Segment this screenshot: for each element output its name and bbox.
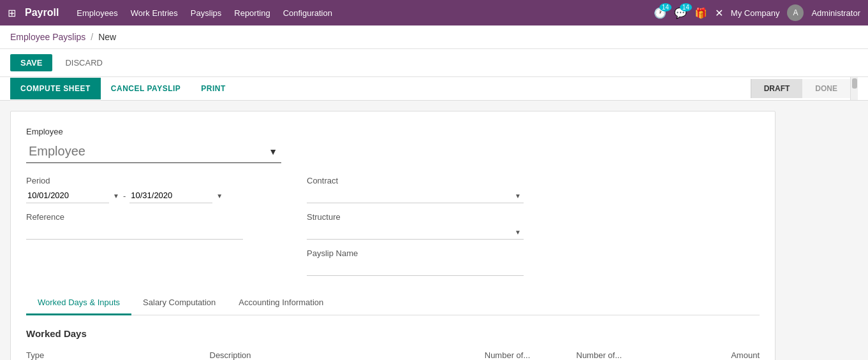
save-button[interactable]: SAVE xyxy=(10,54,52,71)
nav-work-entries[interactable]: Work Entries xyxy=(131,8,178,18)
structure-label: Structure xyxy=(307,212,524,222)
nav-employees[interactable]: Employees xyxy=(77,8,117,18)
action-bar: SAVE DISCARD xyxy=(0,49,868,77)
tab-salary-computation[interactable]: Salary Computation xyxy=(131,291,227,315)
contract-select[interactable] xyxy=(307,188,524,203)
cancel-payslip-button[interactable]: CANCEL PAYSLIP xyxy=(101,78,191,99)
reference-label: Reference xyxy=(26,212,243,222)
payslip-name-field-group: Payslip Name xyxy=(307,248,524,276)
status-done: DONE xyxy=(802,79,850,98)
tab-accounting-information[interactable]: Accounting Information xyxy=(227,291,335,315)
col-number-1: Number of... xyxy=(485,350,577,360)
scrollbar xyxy=(850,77,858,100)
discard-button[interactable]: DISCARD xyxy=(57,54,110,71)
col-description: Description xyxy=(210,350,485,360)
message-badge-wrap[interactable]: 💬 14 xyxy=(674,7,687,19)
contract-label: Contract xyxy=(307,176,524,185)
compute-sheet-button[interactable]: COMPUTE SHEET xyxy=(10,78,101,99)
col-type: Type xyxy=(26,350,210,360)
tab-worked-days[interactable]: Worked Days & Inputs xyxy=(26,291,131,315)
grid-icon[interactable]: ⊞ xyxy=(8,7,16,19)
period-from-arrow: ▼ xyxy=(113,192,119,199)
col-number-2: Number of... xyxy=(577,350,668,360)
breadcrumb-current: New xyxy=(98,32,116,42)
secondary-toolbar: COMPUTE SHEET CANCEL PAYSLIP PRINT DRAFT… xyxy=(0,77,868,101)
form-row-1: Period ▼ - ▼ Reference Cont xyxy=(26,176,760,276)
payslip-name-input[interactable] xyxy=(307,261,524,276)
app-name: Payroll xyxy=(25,7,59,18)
close-icon[interactable]: ✕ xyxy=(715,7,723,19)
nav-links: Employees Work Entries Payslips Reportin… xyxy=(77,8,653,18)
avatar: A xyxy=(787,4,804,21)
nav-payslips[interactable]: Payslips xyxy=(191,8,221,18)
form-card: Employee ▼ Period ▼ - ▼ xyxy=(10,111,776,360)
main-content: Employee ▼ Period ▼ - ▼ xyxy=(0,101,868,360)
contract-field-group: Contract ▼ xyxy=(307,176,524,203)
structure-select[interactable] xyxy=(307,224,524,240)
employee-select-wrap: ▼ xyxy=(26,140,281,163)
breadcrumb: Employee Payslips / New xyxy=(0,25,868,49)
tabs: Worked Days & Inputs Salary Computation … xyxy=(26,291,760,315)
period-label: Period xyxy=(26,176,243,185)
structure-field-group: Structure ▼ xyxy=(307,212,524,240)
nav-reporting[interactable]: Reporting xyxy=(234,8,270,18)
activity-badge-wrap[interactable]: 🕐 14 xyxy=(654,7,666,19)
breadcrumb-parent[interactable]: Employee Payslips xyxy=(10,32,85,42)
activity-badge: 14 xyxy=(659,3,672,11)
reference-field-group: Reference xyxy=(26,212,243,240)
user-name: Administrator xyxy=(811,8,860,18)
message-badge: 14 xyxy=(680,3,692,11)
company-name: My Company xyxy=(731,8,780,18)
scrollbar-thumb xyxy=(852,78,857,89)
period-from-input[interactable] xyxy=(26,188,109,203)
col-amount: Amount xyxy=(668,350,760,360)
worked-days-title: Worked Days xyxy=(26,328,760,339)
period-dash: - xyxy=(123,191,126,201)
period-to-input[interactable] xyxy=(129,188,212,203)
status-draft: DRAFT xyxy=(751,79,803,98)
top-navigation: ⊞ Payroll Employees Work Entries Payslip… xyxy=(0,0,868,25)
employee-input[interactable] xyxy=(26,140,281,163)
payslip-name-label: Payslip Name xyxy=(307,248,524,258)
worked-days-section: Worked Days Type Description Number of..… xyxy=(26,328,760,360)
table-header: Type Description Number of... Number of.… xyxy=(26,347,760,360)
reference-input[interactable] xyxy=(26,224,243,240)
breadcrumb-separator: / xyxy=(91,32,93,42)
period-to-arrow: ▼ xyxy=(216,192,223,199)
period-field-group: Period ▼ - ▼ xyxy=(26,176,243,203)
nav-right: 🕐 14 💬 14 🎁 ✕ My Company A Administrator xyxy=(654,4,860,21)
employee-field-group: Employee ▼ xyxy=(26,127,760,163)
period-wrap: ▼ - ▼ xyxy=(26,188,243,203)
status-bar: DRAFT DONE xyxy=(751,77,858,100)
print-button[interactable]: PRINT xyxy=(191,78,236,99)
employee-label: Employee xyxy=(26,127,760,136)
nav-configuration[interactable]: Configuration xyxy=(283,8,332,18)
gift-icon[interactable]: 🎁 xyxy=(695,7,707,19)
